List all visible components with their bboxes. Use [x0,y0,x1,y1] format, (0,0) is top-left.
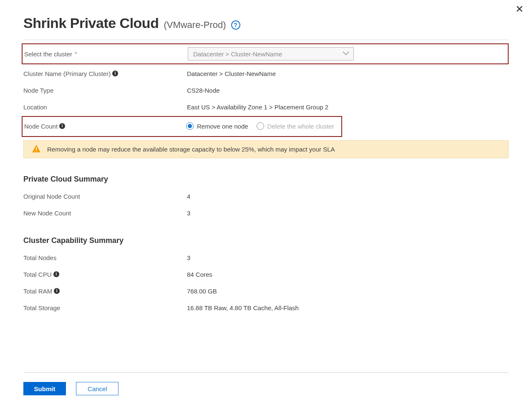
original-node-count-label: Original Node Count [23,193,187,200]
private-cloud-summary-title: Private Cloud Summary [23,175,509,184]
page-header: Shrink Private Cloud (VMware-Prod) ? [23,15,509,31]
total-storage-value: 16.88 TB Raw, 4.80 TB Cache, All-Flash [187,304,299,311]
node-type-value: CS28-Node [187,87,219,94]
private-cloud-summary-section: Private Cloud Summary Original Node Coun… [23,175,509,221]
info-icon[interactable]: i [54,288,60,294]
chevron-down-icon [343,51,349,56]
node-type-label: Node Type [23,87,187,94]
page-title: Shrink Private Cloud [23,15,159,31]
cluster-select-value: Datacenter > Cluster-NewName [193,51,282,58]
warning-text: Removing a node may reduce the available… [47,146,335,153]
divider [23,40,509,40]
svg-rect-1 [36,151,37,152]
cluster-capability-title: Cluster Capability Summary [23,236,509,245]
radio-delete-label: Delete the whole cluster [267,123,334,130]
node-count-label: Node Count i [24,123,186,130]
warning-banner: Removing a node may reduce the available… [23,140,509,158]
select-cluster-label: Select the cluster* [24,51,188,58]
footer: Submit Cancel [23,372,509,395]
total-nodes-value: 3 [187,254,190,261]
page-subtitle: (VMware-Prod) [164,20,226,30]
close-icon[interactable]: ✕ [515,4,524,14]
help-icon[interactable]: ? [231,20,240,30]
cluster-name-label: Cluster Name (Primary Cluster) i [23,70,187,77]
footer-divider [23,372,509,373]
cluster-name-value: Datacenter > Cluster-NewName [187,70,276,77]
warning-icon [32,145,40,154]
location-label: Location [23,104,187,111]
total-cpu-label: Total CPU i [23,271,187,278]
node-count-highlight: Node Count i Remove one node Delete the … [22,116,342,137]
radio-remove-label: Remove one node [197,123,248,130]
total-nodes-label: Total Nodes [23,254,187,261]
cluster-select[interactable]: Datacenter > Cluster-NewName [188,47,354,61]
total-storage-label: Total Storage [23,304,187,311]
radio-remove-one-node[interactable] [186,122,194,130]
cluster-capability-summary-section: Cluster Capability Summary Total Nodes 3… [23,236,509,316]
svg-rect-0 [36,147,37,150]
new-node-count-label: New Node Count [23,210,187,217]
new-node-count-value: 3 [187,210,190,217]
total-cpu-value: 84 Cores [187,271,212,278]
total-ram-label: Total RAM i [23,288,187,295]
location-value: East US > Availability Zone 1 > Placemen… [187,104,328,111]
select-cluster-highlight: Select the cluster* Datacenter > Cluster… [22,43,509,64]
original-node-count-value: 4 [187,193,190,200]
cancel-button[interactable]: Cancel [76,382,119,395]
info-icon[interactable]: i [112,71,118,76]
info-icon[interactable]: i [59,123,65,129]
submit-button[interactable]: Submit [23,382,66,395]
total-ram-value: 768.00 GB [187,288,217,295]
info-icon[interactable]: i [53,271,59,277]
radio-delete-cluster[interactable] [257,122,264,130]
